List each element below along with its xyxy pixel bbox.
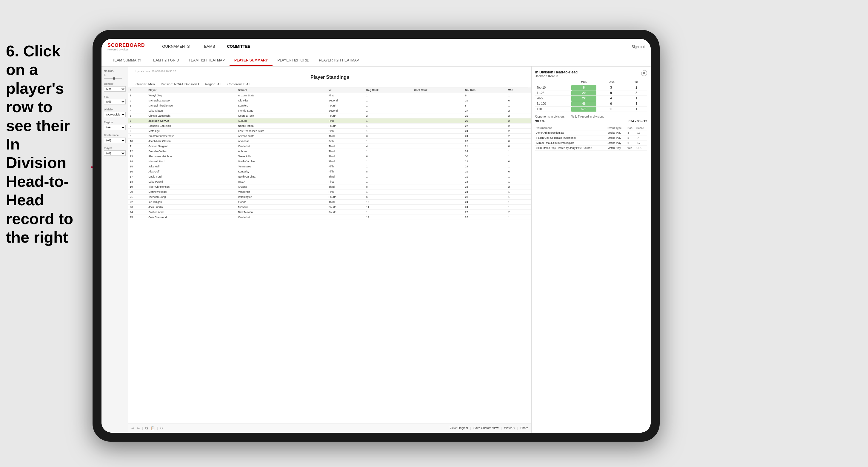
table-row[interactable]: 21 Taehoon Song Washington Fourth 6 23 1 xyxy=(128,194,531,199)
nav-item-tournaments[interactable]: TOURNAMENTS xyxy=(154,39,196,55)
table-row[interactable]: 6 Jackson Koivun Auburn First 1 20 2 xyxy=(128,119,531,124)
cell-school: Arizona State xyxy=(237,134,327,139)
copy-btn[interactable]: ⧉ xyxy=(145,426,148,430)
cell-no-rds: 21 xyxy=(464,144,507,149)
table-row[interactable]: 22 Ian Gilligan Florida Third 10 24 1 xyxy=(128,199,531,205)
cell-reg-rank: 10 xyxy=(365,199,412,205)
table-row[interactable]: 13 Phichaksn Maichon Texas A&M Third 6 3… xyxy=(128,154,531,159)
watch-btn[interactable]: Watch ▾ xyxy=(504,427,515,430)
cell-no-rds: 21 xyxy=(464,174,507,179)
nav-item-committee[interactable]: COMMITTEE xyxy=(221,39,256,55)
table-row[interactable]: 9 Preston Summerhays Arizona State Third… xyxy=(128,134,531,139)
division-select[interactable]: NCAA Division I xyxy=(104,112,126,117)
cell-player: Jacob Max Olesen xyxy=(147,139,237,144)
cell-school: Stanford xyxy=(237,103,327,108)
cell-conf-rank xyxy=(412,134,464,139)
table-row[interactable]: 2 Michael La Sasso Ole Miss Second 1 19 … xyxy=(128,98,531,103)
table-row[interactable]: 15 Jake Hall Tennessee Fifth 1 24 1 xyxy=(128,164,531,169)
h2h-loss-cell: 3 xyxy=(596,85,626,90)
table-row[interactable]: 25 Cole Sherwood Vanderbilt 12 23 1 xyxy=(128,215,531,220)
rounds-slider[interactable] xyxy=(104,78,122,79)
sign-out-link[interactable]: Sign out xyxy=(631,45,645,49)
cell-conf-rank xyxy=(412,189,464,194)
table-row[interactable]: 11 Gordon Sargent Vanderbilt Third 4 21 … xyxy=(128,144,531,149)
table-row[interactable]: 4 Luke Claton Florida State Second 1 27 … xyxy=(128,108,531,114)
table-row[interactable]: 10 Jacob Max Olesen Arkansas Fifth 1 23 … xyxy=(128,139,531,144)
table-row[interactable]: 5 Christo Lamprecht Georgia Tech Fourth … xyxy=(128,114,531,119)
tourn-pos: 4 xyxy=(626,130,635,135)
cell-reg-rank: 8 xyxy=(365,169,412,174)
table-row[interactable]: 8 Mats Ege East Tennessee State Fifth 1 … xyxy=(128,129,531,134)
nav-item-teams[interactable]: TEAMS xyxy=(196,39,221,55)
cell-player: Nicholas Gabrelcik xyxy=(147,124,237,129)
region-select[interactable]: N/A xyxy=(104,125,126,130)
h2h-rank-label: 26-50 xyxy=(535,96,571,101)
cell-reg-rank: 1 xyxy=(365,124,412,129)
cell-yr: Fifth xyxy=(327,164,365,169)
refresh-btn[interactable]: ⟳ xyxy=(160,426,163,430)
cell-win: 2 xyxy=(507,114,531,119)
cell-conf-rank xyxy=(412,184,464,189)
tourn-score: 18-1 xyxy=(635,146,647,151)
conference-select[interactable]: (All) xyxy=(104,137,126,143)
cell-yr: Third xyxy=(327,199,365,205)
gender-label: Gender xyxy=(104,82,126,85)
cell-win: 0 xyxy=(507,159,531,164)
cell-no-rds: 27 xyxy=(464,124,507,129)
filter-division: Division NCAA Division I xyxy=(104,108,126,117)
table-row[interactable]: 17 David Ford North Carolina Third 1 21 … xyxy=(128,174,531,179)
table-row[interactable]: 7 Nicholas Gabrelcik North Florida Fourt… xyxy=(128,124,531,129)
cell-no-rds: 23 xyxy=(464,215,507,220)
tournament-row: Mirabel Maui Jim Intercollegiate Stroke … xyxy=(535,141,647,146)
sub-nav-team-h2h-heatmap[interactable]: TEAM H2H HEATMAP xyxy=(184,55,229,66)
redo-btn[interactable]: ↪ xyxy=(137,426,140,430)
table-row[interactable]: 3 Michael Thorbjornsen Stanford Fourth 1… xyxy=(128,103,531,108)
cell-yr: Second xyxy=(327,108,365,114)
year-select[interactable]: (All) xyxy=(104,99,126,104)
year-label: Year xyxy=(104,95,126,98)
cell-school: East Tennessee State xyxy=(237,129,327,134)
sub-nav-player-h2h-heatmap[interactable]: PLAYER H2H HEATMAP xyxy=(314,55,364,66)
table-row[interactable]: 23 Jack Lundin Missouri Fourth 11 24 1 xyxy=(128,205,531,210)
sub-nav-team-summary[interactable]: TEAM SUMMARY xyxy=(107,55,146,66)
tourn-name: Fallon Oak Collegiate Invitational xyxy=(535,135,606,141)
h2h-col-rank xyxy=(535,80,571,85)
tourn-name: SEC Match Play Hosted by Jerry Pate Roun… xyxy=(535,146,606,151)
cell-no-rds: 24 xyxy=(464,205,507,210)
paste-btn[interactable]: 📋 xyxy=(150,426,155,430)
table-row[interactable]: 14 Maxwell Ford North Carolina Third 1 2… xyxy=(128,159,531,164)
save-custom-label[interactable]: Save Custom View xyxy=(473,427,498,430)
share-btn[interactable]: Share xyxy=(520,427,528,430)
h2h-close-btn[interactable]: ✕ xyxy=(641,70,647,76)
gender-select[interactable]: Men Women xyxy=(104,86,126,92)
table-row[interactable]: 24 Bastien Amat New Mexico Fourth 1 27 2 xyxy=(128,210,531,215)
cell-num: 9 xyxy=(128,134,147,139)
cell-yr: Third xyxy=(327,159,365,164)
cell-no-rds: 24 xyxy=(464,164,507,169)
cell-conf-rank xyxy=(412,169,464,174)
cell-yr xyxy=(327,215,365,220)
h2h-col-loss: Loss xyxy=(596,80,626,85)
view-original-label[interactable]: View: Original xyxy=(450,427,468,430)
cell-reg-rank: 1 xyxy=(365,119,412,124)
player-select[interactable]: (All) xyxy=(104,150,126,156)
table-row[interactable]: 12 Brendan Valles Auburn Third 1 24 1 xyxy=(128,149,531,154)
conference-filter-label: Conference: All xyxy=(227,82,250,86)
sub-nav-player-summary[interactable]: PLAYER SUMMARY xyxy=(229,55,273,66)
table-row[interactable]: 20 Matthew Riedel Vanderbilt Fifth 1 24 … xyxy=(128,189,531,194)
main-content: No Rds. 6 Gender Men Women xyxy=(101,66,651,433)
filter-row: Gender: Men Division: NCAA Division I Re… xyxy=(132,81,528,87)
undo-btn[interactable]: ↩ xyxy=(131,426,134,430)
sub-nav-team-h2h-grid[interactable]: TEAM H2H GRID xyxy=(146,55,184,66)
table-row[interactable]: 16 Alex Goff Kentucky Fifth 8 19 0 xyxy=(128,169,531,174)
cell-yr: Fourth xyxy=(327,114,365,119)
cell-reg-rank: 1 xyxy=(365,108,412,114)
sub-nav-player-h2h-grid[interactable]: PLAYER H2H GRID xyxy=(273,55,314,66)
table-row[interactable]: 18 Luke Powell UCLA First 1 24 1 xyxy=(128,179,531,184)
cell-player: Gordon Sargent xyxy=(147,144,237,149)
h2h-win-cell: 8 xyxy=(571,85,596,90)
cell-num: 8 xyxy=(128,129,147,134)
cell-no-rds: 24 xyxy=(464,199,507,205)
table-row[interactable]: 1 Wenyi Ding Arizona State First 1 8 1 xyxy=(128,93,531,98)
table-row[interactable]: 19 Tiger Christensen Arizona Third 8 23 … xyxy=(128,184,531,189)
